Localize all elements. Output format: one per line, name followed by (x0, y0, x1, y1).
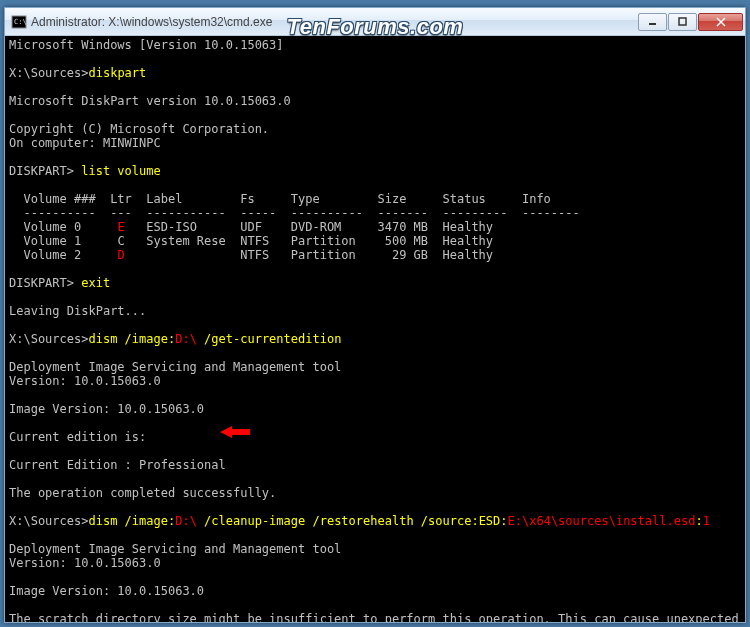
command-text: list volume (81, 164, 160, 178)
output-line: On computer: MINWINPC (9, 136, 161, 150)
command-text: exit (81, 276, 110, 290)
drive-letter: C (117, 234, 124, 248)
diskpart-prompt: DISKPART> (9, 164, 81, 178)
output-line: The operation completed successfully. (9, 486, 276, 500)
command-text: dism /image: (88, 332, 175, 346)
prompt-path: X:\Sources> (9, 514, 88, 528)
prompt-path: X:\Sources> (9, 66, 88, 80)
output-line: Leaving DiskPart... (9, 304, 146, 318)
cmd-icon: C:\ (11, 14, 27, 30)
table-row: Volume 1 (9, 234, 117, 248)
output-line: Version: 10.0.15063.0 (9, 374, 161, 388)
command-text: diskpart (88, 66, 146, 80)
output-line: Version: 10.0.15063.0 (9, 556, 161, 570)
window-title: Administrator: X:\windows\system32\cmd.e… (31, 15, 637, 29)
output-line: Microsoft Windows [Version 10.0.15063] (9, 38, 284, 52)
command-text: /cleanup-image /restorehealth /source:ES… (197, 514, 508, 528)
terminal-output[interactable]: Microsoft Windows [Version 10.0.15063] X… (5, 36, 745, 622)
table-row: Volume 2 (9, 248, 117, 262)
command-text: : (695, 514, 702, 528)
command-arg: E:\x64\sources\install.esd (508, 514, 696, 528)
output-line: The scratch directory size might be insu… (9, 612, 745, 622)
output-line: Copyright (C) Microsoft Corporation. (9, 122, 269, 136)
diskpart-prompt: DISKPART> (9, 276, 81, 290)
command-arg: D:\ (175, 332, 197, 346)
command-arg: D:\ (175, 514, 197, 528)
table-row: Volume 0 (9, 220, 117, 234)
table-divider: ---------- --- ----------- ----- -------… (9, 206, 580, 220)
output-line: Current edition is: (9, 430, 146, 444)
maximize-button[interactable] (668, 13, 697, 31)
table-row: ESD-ISO UDF DVD-ROM 3470 MB Healthy (125, 220, 493, 234)
table-row: System Rese NTFS Partition 500 MB Health… (125, 234, 493, 248)
table-row: NTFS Partition 29 GB Healthy (125, 248, 493, 262)
output-line: Deployment Image Servicing and Managemen… (9, 360, 341, 374)
minimize-button[interactable] (638, 13, 667, 31)
output-line: Microsoft DiskPart version 10.0.15063.0 (9, 94, 291, 108)
window-controls (637, 13, 743, 31)
command-prompt-window: C:\ Administrator: X:\windows\system32\c… (4, 7, 746, 623)
drive-letter: D (117, 248, 124, 262)
output-line: Image Version: 10.0.15063.0 (9, 584, 204, 598)
command-text: dism /image: (88, 514, 175, 528)
svg-text:C:\: C:\ (14, 18, 27, 26)
current-edition-line: Current Edition : Professional (9, 458, 226, 472)
output-line: Deployment Image Servicing and Managemen… (9, 542, 341, 556)
command-text: /get-currentedition (197, 332, 342, 346)
table-header: Volume ### Ltr Label Fs Type Size Status… (9, 192, 551, 206)
close-button[interactable] (698, 13, 743, 31)
output-line: Image Version: 10.0.15063.0 (9, 402, 204, 416)
drive-letter: E (117, 220, 124, 234)
prompt-path: X:\Sources> (9, 332, 88, 346)
command-arg: 1 (703, 514, 710, 528)
svg-rect-3 (679, 18, 686, 25)
titlebar[interactable]: C:\ Administrator: X:\windows\system32\c… (5, 8, 745, 36)
